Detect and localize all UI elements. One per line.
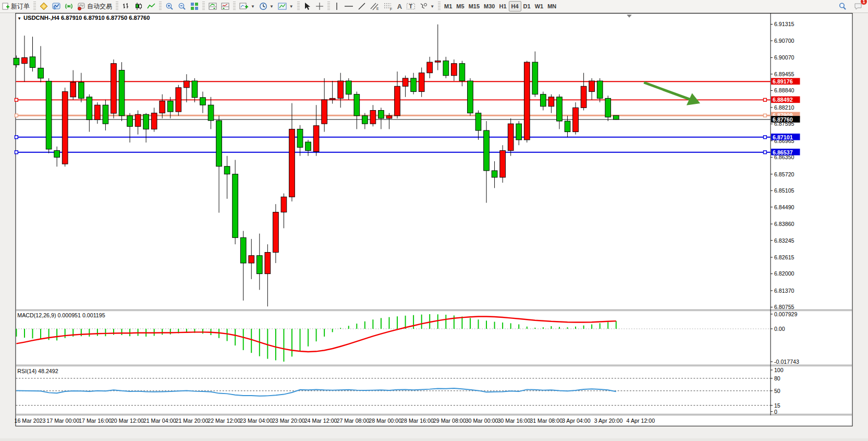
candle-bullish — [548, 97, 554, 106]
time-tick-label: 3 Apr 20:00 — [594, 418, 623, 424]
candle-bearish — [87, 97, 92, 120]
price-tick-label: 6.90070 — [774, 54, 794, 61]
chart-canvas[interactable]: 6.913156.907006.900706.894556.888406.882… — [0, 13, 868, 441]
chevron-down-icon: ▼ — [430, 4, 434, 9]
candle-bearish — [516, 124, 522, 140]
line-handle[interactable] — [764, 136, 767, 139]
trendline-tool-button[interactable] — [356, 1, 368, 12]
line-handle[interactable] — [764, 98, 767, 101]
toolbar-grip — [327, 2, 330, 11]
line-handle[interactable] — [15, 151, 18, 154]
line-handle[interactable] — [15, 98, 18, 101]
tab-d1[interactable]: D1 — [521, 2, 533, 11]
tab-m5[interactable]: M5 — [454, 2, 466, 11]
price-tick-label: 6.89455 — [774, 71, 794, 77]
search-button[interactable] — [836, 1, 849, 12]
new-order-label: 新订单 — [11, 2, 30, 11]
channel-tool-button[interactable]: E — [368, 1, 382, 12]
line-handle[interactable] — [15, 114, 18, 117]
bar-chart-mode-button[interactable] — [120, 1, 132, 12]
price-tick-label: 6.91315 — [774, 21, 794, 27]
shapes-tool-button[interactable]: ▼ — [418, 1, 436, 12]
candle-bullish — [22, 57, 28, 63]
chart-title: ▼USDCNH-,H4 6.87910 6.87910 6.87750 6.87… — [17, 15, 150, 21]
time-tick-label: 17 Mar 16:00 — [79, 418, 112, 424]
macd-axis-label: -0.017743 — [774, 359, 799, 365]
macd-axis-label: 0.007929 — [774, 311, 798, 317]
toolbar-grip — [116, 2, 118, 11]
status-bar — [0, 438, 868, 441]
time-tick-label: 4 Apr 12:00 — [627, 418, 655, 424]
price-tick-label: 6.83245 — [774, 237, 794, 244]
zoom-in-button[interactable] — [163, 1, 176, 12]
time-tick-label: 29 Mar 08:00 — [433, 418, 466, 424]
new-order-icon — [2, 3, 9, 10]
tile-windows-button[interactable] — [188, 1, 201, 12]
tab-w1[interactable]: W1 — [533, 2, 546, 11]
indicators-button[interactable] — [38, 1, 50, 12]
add-indicator-pane-button[interactable] — [219, 1, 231, 12]
period-button[interactable]: ▼ — [257, 1, 276, 12]
market-watch-button[interactable] — [50, 1, 63, 12]
time-tick-label: 21 Mar 04:00 — [143, 418, 176, 424]
fibonacci-tool-button[interactable]: F — [382, 1, 395, 12]
tab-m30[interactable]: M30 — [482, 2, 497, 11]
templates-button[interactable]: ▼ — [276, 1, 296, 12]
notification-badge: 1 — [861, 0, 867, 5]
auto-trading-button[interactable]: 自动交易 — [75, 1, 114, 12]
candle-bearish — [54, 150, 60, 157]
tab-h1[interactable]: H1 — [497, 2, 508, 11]
line-handle[interactable] — [764, 114, 767, 117]
tab-m1[interactable]: M1 — [442, 2, 454, 11]
chevron-down-icon: ▼ — [270, 4, 274, 9]
new-chart-button[interactable]: ▼ — [237, 1, 257, 12]
signals-button[interactable] — [63, 1, 75, 12]
new-order-button[interactable]: 新订单 — [0, 1, 32, 12]
tab-mn[interactable]: MN — [545, 2, 558, 11]
text-tool-button[interactable]: A — [395, 1, 404, 12]
candle-bullish — [573, 108, 579, 132]
zoom-out-button[interactable] — [176, 1, 188, 12]
candle-bearish — [167, 101, 173, 112]
line-handle[interactable] — [764, 151, 767, 154]
candle-bullish — [524, 62, 530, 140]
vertical-line-tool-button[interactable] — [332, 1, 342, 12]
auto-trading-label: 自动交易 — [87, 2, 112, 11]
candle-bullish — [395, 86, 400, 115]
line-handle[interactable] — [15, 136, 18, 139]
candle-bearish — [475, 113, 481, 130]
tab-h4[interactable]: H4 — [509, 1, 521, 11]
notifications-button[interactable]: 1 — [852, 1, 865, 12]
show-test-panel-button[interactable] — [206, 1, 219, 12]
candle-bullish — [338, 81, 344, 98]
collapse-arrow-icon[interactable]: ▼ — [17, 16, 21, 21]
candle-chart-mode-button[interactable] — [132, 1, 145, 12]
candle-bearish — [143, 114, 149, 129]
time-axis[interactable]: 16 Mar 202317 Mar 00:0017 Mar 16:0020 Ma… — [15, 418, 655, 424]
time-tick-label: 28 Mar 16:00 — [401, 418, 434, 424]
line-price-label: 6.86537 — [773, 149, 793, 156]
cursor-tool-button[interactable] — [301, 1, 313, 12]
candle-bearish — [362, 116, 368, 124]
candle-bullish — [176, 88, 181, 112]
horizontal-line-tool-button[interactable] — [342, 1, 356, 12]
candle-bearish — [443, 61, 449, 76]
crosshair-tool-button[interactable] — [313, 1, 326, 12]
rsi-axis-label: 80 — [774, 375, 780, 382]
price-tick-label: 6.90700 — [774, 38, 794, 44]
time-tick-label: 27 Mar 08:00 — [336, 418, 369, 424]
candle-bearish — [459, 64, 465, 81]
candle-bullish — [184, 81, 190, 88]
toolbar-grip — [233, 2, 236, 11]
tab-m15[interactable]: M15 — [467, 2, 482, 11]
main-toolbar: 新订单 自动交易 ▼ ▼ ▼ E F A T ▼ M1 M5 M15 M30 H… — [0, 0, 868, 13]
price-tick-label: 6.82000 — [774, 270, 794, 277]
svg-text:F: F — [390, 7, 392, 10]
text-label-tool-button[interactable]: T — [404, 1, 418, 12]
candle-bullish — [62, 92, 68, 164]
candle-bullish — [589, 81, 595, 92]
svg-text:T: T — [409, 3, 413, 9]
line-chart-mode-button[interactable] — [145, 1, 157, 12]
candle-bearish — [46, 81, 52, 149]
candle-bearish — [200, 98, 206, 105]
